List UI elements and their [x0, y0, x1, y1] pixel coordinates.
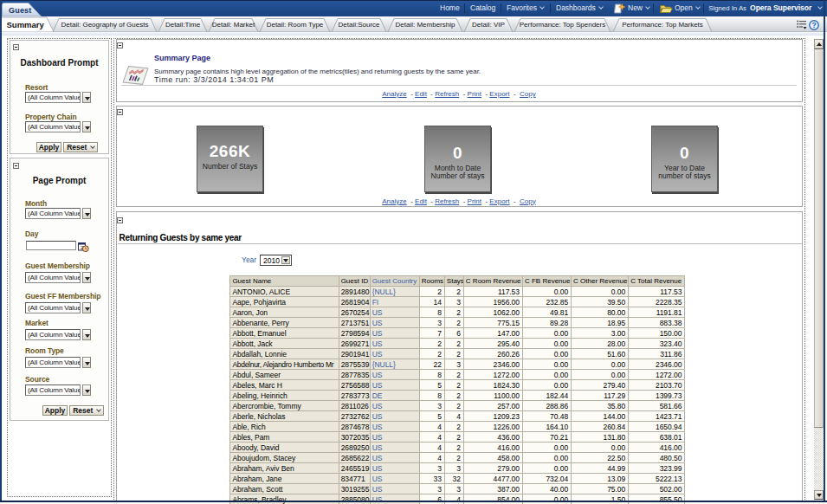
svg-text:?: ?	[811, 21, 816, 29]
